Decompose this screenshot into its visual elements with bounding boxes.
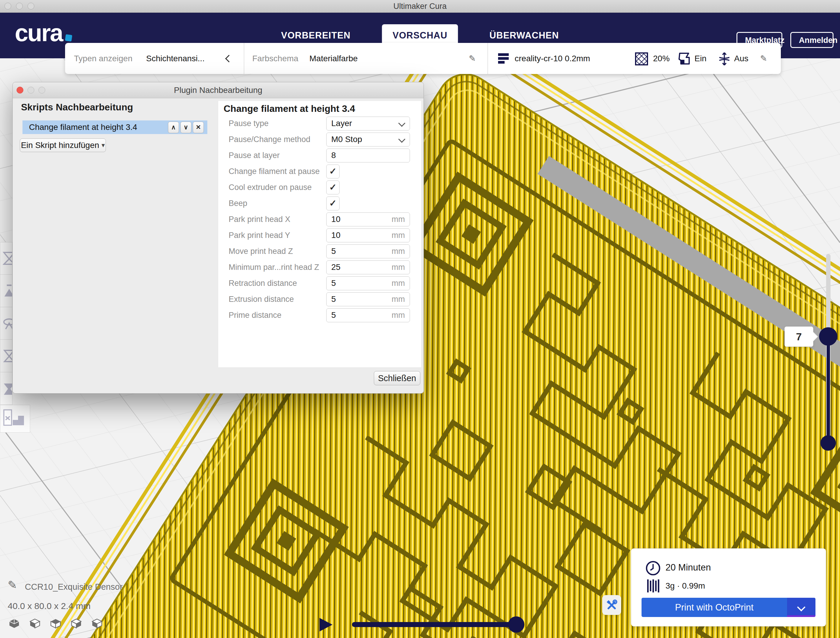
- setting-unit: mm: [392, 229, 405, 242]
- setting-label: Park print head Y: [229, 228, 323, 242]
- setting-select[interactable]: Layer: [326, 117, 410, 130]
- adhesion-icon: [718, 52, 731, 66]
- script-settings-rows: Pause typeLayerPause/Change methodM0 Sto…: [218, 117, 421, 325]
- clock-icon: [646, 560, 661, 576]
- printer-profile-button[interactable]: creality-cr-10 0.2mm: [515, 43, 590, 74]
- material-usage: 3g · 0.99m: [665, 581, 705, 591]
- tool-move[interactable]: [0, 242, 13, 275]
- view-type-label: Typen anzeigen: [74, 43, 133, 74]
- setting-row: Park print head Y10mm: [218, 228, 421, 242]
- setting-label: Move print head Z: [229, 244, 323, 258]
- remove-script-button[interactable]: ✕: [193, 122, 204, 133]
- chevron-down-icon: [398, 120, 405, 127]
- print-with-octoprint-button[interactable]: Print with OctoPrint: [641, 598, 815, 617]
- preview-toolbar: Typen anzeigen Schichtenansi... Farbsche…: [65, 43, 781, 74]
- close-dialog-button[interactable]: Schließen: [374, 371, 420, 385]
- setting-checkbox[interactable]: ✓: [326, 165, 339, 179]
- color-scheme-dropdown[interactable]: Materialfarbe: [309, 43, 358, 74]
- view-3d-icon[interactable]: [9, 619, 19, 629]
- move-script-up-button[interactable]: ∧: [168, 122, 179, 133]
- setting-label: Change filament at pause: [229, 165, 323, 179]
- print-options-dropdown[interactable]: [787, 598, 815, 617]
- setting-input[interactable]: 5mm: [326, 244, 410, 258]
- chevron-down-icon: [398, 136, 405, 142]
- setting-row: Retraction distance5mm: [218, 276, 421, 290]
- layers-icon: [497, 52, 510, 65]
- setting-input[interactable]: 25mm: [326, 260, 410, 274]
- setting-label: Park print head X: [229, 212, 323, 226]
- setting-row: Pause at layer8: [218, 149, 421, 163]
- setting-row: Beep✓: [218, 196, 421, 211]
- setting-input[interactable]: 5mm: [326, 292, 410, 306]
- support-value: Ein: [695, 43, 706, 74]
- tools-icon: [606, 599, 617, 611]
- add-script-button[interactable]: Ein Skript hinzufügen ▾: [20, 138, 106, 152]
- print-summary-card: 20 Minuten i 3g · 0.99m Print with OctoP…: [631, 548, 826, 627]
- layer-slider-lower-handle[interactable]: [821, 435, 836, 451]
- window-title: Ultimaker Cura: [0, 0, 840, 13]
- tool-rotate[interactable]: [0, 307, 13, 340]
- setting-select[interactable]: M0 Stop: [326, 133, 410, 146]
- setting-row: Prime distance5mm: [218, 308, 421, 322]
- setting-input[interactable]: 10mm: [326, 228, 410, 242]
- dialog-title: Plugin Nachbearbeitung: [13, 82, 423, 98]
- chevron-down-icon: [797, 603, 805, 611]
- signin-button[interactable]: Anmelden: [790, 32, 834, 48]
- simulation-scrubber[interactable]: [352, 622, 521, 627]
- post-processing-dialog: Plugin Nachbearbeitung Skripts Nachbearb…: [13, 82, 424, 394]
- script-list-item[interactable]: Change filament at height 3.4 ∧ ∨ ✕: [22, 120, 207, 134]
- edit-view-icon[interactable]: ✎: [469, 43, 475, 74]
- view-right-icon[interactable]: [92, 619, 102, 629]
- setting-row: Pause/Change methodM0 Stop: [218, 133, 421, 146]
- scrubber-handle[interactable]: [508, 616, 524, 633]
- cura-window: Ultimaker Cura cura VORBEREITEN VORSCHAU…: [0, 0, 840, 638]
- view-type-dropdown[interactable]: Schichtenansi...: [146, 43, 205, 74]
- view-front-icon[interactable]: [30, 619, 40, 629]
- support-icon: [678, 52, 690, 65]
- setting-checkbox[interactable]: ✓: [326, 180, 339, 195]
- edit-print-settings-icon[interactable]: ✎: [760, 43, 767, 74]
- collapse-panel-icon[interactable]: [225, 55, 232, 62]
- setting-input[interactable]: 8: [326, 149, 410, 163]
- tool-per-model-settings[interactable]: [0, 372, 13, 405]
- setting-label: Retraction distance: [229, 276, 323, 290]
- view-top-icon[interactable]: [50, 619, 61, 629]
- setting-input[interactable]: 5mm: [326, 276, 410, 290]
- setting-label: Minimum par...rint head Z: [229, 260, 323, 274]
- tool-scale[interactable]: [0, 275, 13, 307]
- setting-input[interactable]: 10mm: [326, 212, 410, 226]
- setting-label: Pause/Change method: [229, 133, 323, 146]
- move-script-down-button[interactable]: ∨: [180, 122, 191, 133]
- setting-row: Minimum par...rint head Z25mm: [218, 260, 421, 274]
- model-name: CCR10_Exquisite Densor: [25, 582, 122, 592]
- setting-label: Pause at layer: [229, 149, 323, 163]
- infill-value: 20%: [653, 43, 669, 74]
- setting-unit: mm: [392, 261, 405, 274]
- play-button[interactable]: [319, 618, 332, 632]
- layer-slider-range[interactable]: [827, 336, 830, 443]
- setting-row: Move print head Z5mm: [218, 244, 421, 258]
- infill-icon: [635, 52, 648, 66]
- view-left-icon[interactable]: [71, 619, 82, 629]
- tool-support-blocker[interactable]: [0, 405, 30, 433]
- setting-checkbox[interactable]: ✓: [326, 196, 339, 211]
- setting-input[interactable]: 5mm: [326, 308, 410, 322]
- rename-model-icon[interactable]: ✎: [8, 578, 17, 592]
- cura-logo: cura: [15, 21, 72, 45]
- layer-slider-upper-handle[interactable]: [819, 327, 837, 346]
- color-scheme-label: Farbschema: [252, 43, 298, 74]
- camera-presets: [9, 619, 102, 629]
- layer-indicator: 7: [785, 326, 813, 347]
- logo-dot-icon: [65, 34, 73, 42]
- setting-unit: mm: [392, 277, 405, 290]
- setting-label: Pause type: [229, 117, 323, 130]
- tool-mirror[interactable]: [0, 340, 13, 372]
- setting-unit: mm: [392, 245, 405, 258]
- octoprint-settings-button[interactable]: [602, 595, 621, 615]
- setting-row: Change filament at pause✓: [218, 165, 421, 179]
- setting-row: Cool extruder on pause✓: [218, 180, 421, 195]
- tool-panel: [0, 242, 13, 405]
- setting-unit: mm: [392, 293, 405, 306]
- setting-label: Beep: [229, 196, 323, 211]
- dialog-titlebar: Plugin Nachbearbeitung: [13, 82, 423, 98]
